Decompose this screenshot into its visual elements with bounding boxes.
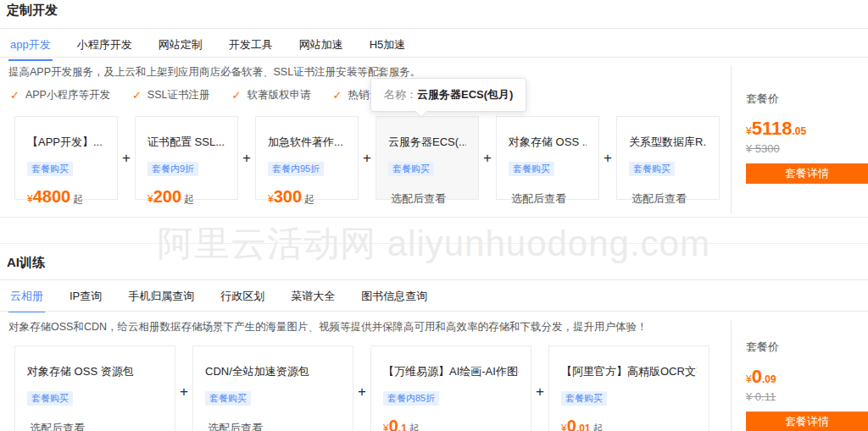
price-panel-ai-training: 套餐价 ¥0.09 ¥ 0.11 套餐详情 bbox=[746, 340, 868, 431]
card-title: 证书配置 SSL... bbox=[147, 135, 225, 150]
price-suffix: 起 bbox=[73, 193, 83, 205]
card-price: 选配后查看 bbox=[629, 187, 707, 207]
card-note: 选配后查看 bbox=[511, 192, 566, 205]
plus-icon: + bbox=[175, 384, 192, 401]
card-price: ¥300起 bbox=[268, 187, 346, 207]
product-card-ssl-cert[interactable]: 证书配置 SSL... 套餐内9折 ¥200起 bbox=[135, 116, 238, 200]
card-title: 云服务器ECS(... bbox=[388, 135, 466, 150]
plus-icon: + bbox=[238, 150, 255, 167]
price-decimals: .01 bbox=[576, 423, 591, 431]
price-amount: 5118 bbox=[752, 118, 793, 139]
product-card-oss[interactable]: 对象存储 OSS ... 套餐购买 选配后查看 bbox=[496, 116, 599, 200]
card-title: 【APP开发】... bbox=[27, 135, 105, 150]
card-price: ¥4800起 bbox=[27, 187, 105, 207]
tab-phone-query[interactable]: 手机归属查询 bbox=[126, 280, 196, 312]
check-icon: ✓ bbox=[332, 89, 342, 102]
divider bbox=[731, 65, 732, 213]
card-title: 【万维易源】AI绘画-AI作图-... bbox=[383, 364, 519, 379]
price-label: 套餐价 bbox=[746, 340, 868, 355]
card-title: 对象存储 OSS ... bbox=[509, 135, 587, 150]
tab-ip-query[interactable]: IP查询 bbox=[68, 280, 103, 312]
price-amount: 4800 bbox=[33, 187, 71, 206]
feature-label: SSL证书注册 bbox=[147, 88, 210, 102]
feature-item: ✓SSL证书注册 bbox=[132, 88, 210, 102]
plus-icon: + bbox=[479, 150, 496, 167]
currency-symbol: ¥ bbox=[147, 193, 153, 205]
tab-recipes[interactable]: 菜谱大全 bbox=[289, 280, 337, 312]
price-label: 套餐价 bbox=[746, 91, 868, 107]
currency-symbol: ¥ bbox=[268, 193, 274, 205]
feature-list: ✓APP小程序等开发 ✓SSL证书注册 ✓软著版权申请 ✓热销云资源 bbox=[10, 88, 401, 102]
product-card-cdn-bundle[interactable]: CDN/全站加速资源包 套餐购买 选配后查看 bbox=[192, 345, 353, 431]
currency-symbol: ¥ bbox=[561, 423, 567, 431]
price-suffix: 起 bbox=[184, 193, 194, 205]
product-card-oss-bundle[interactable]: 对象存储 OSS 资源包 套餐购买 选配后查看 bbox=[14, 345, 175, 431]
promo-badge: 套餐购买 bbox=[629, 162, 675, 176]
check-icon: ✓ bbox=[132, 89, 142, 102]
divider bbox=[731, 320, 732, 431]
promo-badge: 套餐购买 bbox=[509, 162, 554, 176]
card-price: 选配后查看 bbox=[388, 187, 466, 207]
card-price: 选配后查看 bbox=[509, 187, 587, 207]
card-note: 选配后查看 bbox=[208, 422, 263, 431]
price-suffix: 起 bbox=[409, 423, 420, 431]
price-decimals: .05 bbox=[792, 125, 806, 137]
product-card-ocr[interactable]: 【阿里官方】高精版OCR文字... 套餐购买 ¥0.01起 bbox=[548, 345, 709, 431]
card-price: ¥0.1起 bbox=[383, 417, 519, 431]
product-card-ai-painting[interactable]: 【万维易源】AI绘画-AI作图-... 套餐内85折 ¥0.1起 bbox=[370, 345, 531, 431]
tooltip-label: 名称： bbox=[384, 88, 417, 101]
price-suffix: 起 bbox=[593, 423, 604, 431]
price-amount: 200 bbox=[153, 187, 181, 206]
divider bbox=[0, 311, 868, 312]
promo-badge: 套餐内9折 bbox=[147, 162, 198, 176]
plus-icon: + bbox=[118, 150, 135, 167]
promo-badge: 套餐购买 bbox=[561, 391, 607, 406]
package-detail-button[interactable]: 套餐详情 bbox=[746, 163, 868, 184]
currency-symbol: ¥ bbox=[746, 125, 752, 137]
promo-badge: 套餐内95折 bbox=[268, 162, 324, 176]
tab-admin-region[interactable]: 行政区划 bbox=[219, 280, 266, 312]
product-card-software-copyright[interactable]: 加急软件著作... 套餐内95折 ¥300起 bbox=[255, 116, 359, 200]
original-price: ¥ 0.11 bbox=[746, 390, 868, 403]
package-price: ¥0.09 bbox=[746, 366, 868, 388]
promo-badge: 套餐购买 bbox=[27, 391, 73, 406]
feature-label: APP小程序等开发 bbox=[25, 88, 110, 102]
product-card-app-dev[interactable]: 【APP开发】... 套餐购买 ¥4800起 bbox=[14, 116, 118, 200]
check-icon: ✓ bbox=[231, 89, 241, 102]
plus-icon: + bbox=[531, 384, 548, 401]
price-suffix: 起 bbox=[304, 193, 314, 205]
plus-icon: + bbox=[599, 150, 616, 167]
promo-badge: 套餐购买 bbox=[388, 162, 434, 176]
card-title: 关系型数据库R... bbox=[629, 135, 707, 150]
divider bbox=[0, 217, 868, 218]
card-price: 选配后查看 bbox=[205, 417, 341, 431]
product-card-rds[interactable]: 关系型数据库R... 套餐购买 选配后查看 bbox=[616, 116, 720, 200]
original-price: ¥ 5300 bbox=[746, 142, 868, 155]
card-title: CDN/全站加速资源包 bbox=[205, 364, 341, 379]
tab-book-info[interactable]: 图书信息查询 bbox=[359, 280, 429, 312]
package-detail-button[interactable]: 套餐详情 bbox=[746, 412, 868, 431]
currency-symbol: ¥ bbox=[383, 423, 389, 431]
tab-cloud-album[interactable]: 云相册 bbox=[8, 280, 45, 312]
card-note: 选配后查看 bbox=[632, 192, 687, 205]
product-card-ecs[interactable]: 云服务器ECS(... 套餐购买 选配后查看 bbox=[376, 116, 479, 200]
divider bbox=[0, 243, 868, 244]
price-panel-custom-dev: 套餐价 ¥5118.05 ¥ 5300 套餐详情 bbox=[746, 91, 868, 184]
watermark: 阿里云活动网 aliyunhuodong.com bbox=[0, 220, 868, 268]
card-price: ¥0.01起 bbox=[561, 417, 697, 431]
package-card-row: 【APP开发】... 套餐购买 ¥4800起 + 证书配置 SSL... 套餐内… bbox=[14, 116, 720, 200]
section-description: 对象存储OSS和CDN，给云相册数据存储场景下产生的海量图片、视频等提供并保障高… bbox=[8, 320, 647, 334]
price-amount: 0 bbox=[752, 366, 762, 387]
promo-badge: 套餐内85折 bbox=[383, 391, 439, 406]
card-title: 【阿里官方】高精版OCR文字... bbox=[561, 364, 697, 379]
feature-label: 软著版权申请 bbox=[247, 88, 310, 102]
ecs-tooltip: 名称：云服务器ECS(包月) bbox=[370, 78, 526, 112]
feature-item: ✓软著版权申请 bbox=[231, 88, 310, 102]
package-price: ¥5118.05 bbox=[746, 118, 868, 140]
promo-badge: 套餐购买 bbox=[205, 391, 251, 406]
card-price: 选配后查看 bbox=[27, 417, 163, 431]
feature-item: ✓APP小程序等开发 bbox=[10, 88, 110, 102]
price-decimals: .1 bbox=[398, 423, 407, 431]
plus-icon: + bbox=[359, 150, 376, 167]
divider bbox=[0, 57, 868, 58]
